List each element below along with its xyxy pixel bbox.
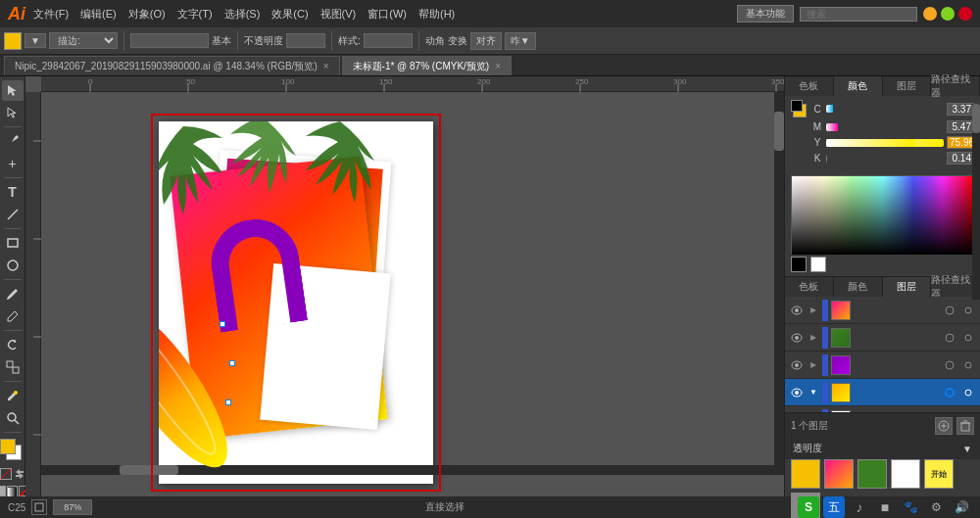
menu-file[interactable]: 文件(F) <box>33 7 69 22</box>
layer-4-arrow[interactable]: ▼ <box>808 385 819 400</box>
y-value[interactable]: 75.96 <box>947 136 974 149</box>
layer-row-4[interactable]: ▼ <box>785 379 980 406</box>
zoom-tool[interactable] <box>2 408 24 429</box>
bottom-percentage[interactable]: 87% <box>53 499 92 515</box>
layer-row-1[interactable]: ▶ <box>785 297 980 324</box>
menu-text[interactable]: 文字(T) <box>177 7 213 22</box>
layer-row-3[interactable]: ▶ <box>785 352 980 379</box>
align-btn[interactable]: 对齐 <box>470 32 502 50</box>
menu-object[interactable]: 对象(O) <box>128 7 166 22</box>
black-swatch[interactable] <box>791 257 807 272</box>
taskbar-s-icon[interactable]: S <box>798 496 819 518</box>
layer-2-visibility[interactable] <box>789 330 805 346</box>
white-swatch[interactable] <box>810 257 826 272</box>
artboard[interactable] <box>159 121 433 484</box>
menu-help[interactable]: 帮助(H) <box>418 7 455 22</box>
color-picker[interactable] <box>791 175 974 254</box>
tab-1-close[interactable]: × <box>323 61 329 71</box>
canvas-hscrollbar[interactable] <box>41 465 774 475</box>
taskbar-dot-icon[interactable]: ■ <box>874 496 896 518</box>
layer-1-arrow[interactable]: ▶ <box>808 303 819 318</box>
opacity-input[interactable]: 100% <box>286 33 325 48</box>
type-tool[interactable]: T <box>2 182 24 203</box>
layer-1-visibility[interactable] <box>789 303 805 318</box>
new-layer-btn[interactable] <box>935 417 953 435</box>
layer-4-vis-btn[interactable] <box>942 385 957 400</box>
tab-2[interactable]: 未标题-1* @ 87% (CMYK/预览) × <box>342 56 512 75</box>
layer-1-vis-btn[interactable] <box>942 303 957 318</box>
y-slider[interactable] <box>826 139 944 147</box>
delete-layer-btn[interactable] <box>956 417 974 435</box>
rotate-tool[interactable] <box>2 335 24 355</box>
close-button[interactable] <box>958 7 972 21</box>
taskbar-sound-icon[interactable]: 🔊 <box>951 496 972 518</box>
tab-2-close[interactable]: × <box>495 61 501 71</box>
menu-view[interactable]: 视图(V) <box>320 7 357 22</box>
layer-row-2[interactable]: ▶ <box>785 324 980 352</box>
add-anchor-tool[interactable]: + <box>2 154 24 174</box>
pen-tool[interactable] <box>2 131 24 152</box>
c-value[interactable]: 3.37 <box>947 103 974 116</box>
search-input[interactable] <box>800 7 917 22</box>
color-fill-indicator[interactable] <box>791 100 808 118</box>
hscroll-thumb[interactable] <box>120 465 178 475</box>
solid-fill-btn[interactable] <box>0 486 6 496</box>
taskbar-gear-icon[interactable]: ⚙ <box>925 496 947 518</box>
layer-2-vis-btn[interactable] <box>942 330 957 346</box>
k-slider[interactable] <box>826 155 944 163</box>
workspace-button[interactable]: 基本功能 <box>737 5 794 23</box>
canvas-vscrollbar[interactable] <box>774 92 784 475</box>
layer-1-lock[interactable] <box>960 303 976 318</box>
appear-panel-header[interactable]: 透明度 ▼ <box>785 438 980 459</box>
gradient-fill-btn[interactable] <box>7 486 18 496</box>
layer-2-lock[interactable] <box>960 330 976 346</box>
bottom-icon-1[interactable] <box>31 499 47 515</box>
taskbar-five-icon[interactable]: 五 <box>823 496 845 518</box>
layer-4-visibility[interactable] <box>789 385 805 400</box>
panel-scrollbar[interactable] <box>972 104 980 300</box>
layer-3-visibility[interactable] <box>789 357 805 373</box>
swap-colors-btn[interactable] <box>14 468 25 480</box>
canvas-area[interactable]: 0 50 100 150 200 250 300 350 <box>25 76 784 496</box>
vscroll-thumb[interactable] <box>774 112 784 151</box>
stroke-style-btn[interactable]: ▼ <box>24 33 46 48</box>
layer-3-vis-btn[interactable] <box>942 357 957 373</box>
ltab-layers[interactable]: 图层 <box>883 277 932 297</box>
select-tool[interactable] <box>2 80 24 101</box>
style-input[interactable] <box>364 33 413 48</box>
no-fill-btn[interactable] <box>0 468 12 480</box>
c-slider[interactable] <box>826 105 944 113</box>
menu-edit[interactable]: 编辑(E) <box>80 7 117 22</box>
layer-3-lock[interactable] <box>960 357 976 373</box>
ptab-layers[interactable]: 图层 <box>883 76 932 96</box>
ptab-color[interactable]: 颜色 <box>834 76 883 96</box>
m-slider[interactable] <box>826 123 944 131</box>
ltab-color[interactable]: 颜色 <box>834 277 883 297</box>
taskbar-paw-icon[interactable]: 🐾 <box>900 496 921 518</box>
maximize-button[interactable] <box>941 7 955 21</box>
direct-select-tool[interactable] <box>2 103 24 123</box>
ltab-swatches[interactable]: 色板 <box>785 277 834 297</box>
ptab-swatches[interactable]: 色板 <box>785 76 834 96</box>
ellipse-tool[interactable] <box>2 256 24 276</box>
k-value[interactable]: 0.14 <box>947 152 974 165</box>
brush-tool[interactable] <box>2 284 24 305</box>
menu-effect[interactable]: 效果(C) <box>271 7 308 22</box>
rect-tool[interactable] <box>2 233 24 254</box>
m-value[interactable]: 5.47 <box>947 120 974 133</box>
pencil-tool[interactable] <box>2 306 24 327</box>
tab-1[interactable]: Nipic_29842067_20190829115903980000.ai @… <box>4 56 340 75</box>
stroke-width-input[interactable] <box>130 33 209 48</box>
scale-tool[interactable] <box>2 357 24 378</box>
layer-3-arrow[interactable]: ▶ <box>808 357 819 373</box>
stroke-dropdown[interactable]: 描边: <box>49 32 118 49</box>
minimize-button[interactable] <box>923 7 937 21</box>
eyedropper-tool[interactable] <box>2 386 24 406</box>
fill-color-swatch[interactable] <box>4 32 22 50</box>
menu-window[interactable]: 窗口(W) <box>368 7 407 22</box>
foreground-color[interactable] <box>0 439 16 454</box>
more-btn[interactable]: 咋▼ <box>505 32 536 50</box>
canvas-content[interactable] <box>41 92 784 496</box>
panel-scroll-thumb[interactable] <box>972 104 980 133</box>
menu-select[interactable]: 选择(S) <box>224 7 261 22</box>
